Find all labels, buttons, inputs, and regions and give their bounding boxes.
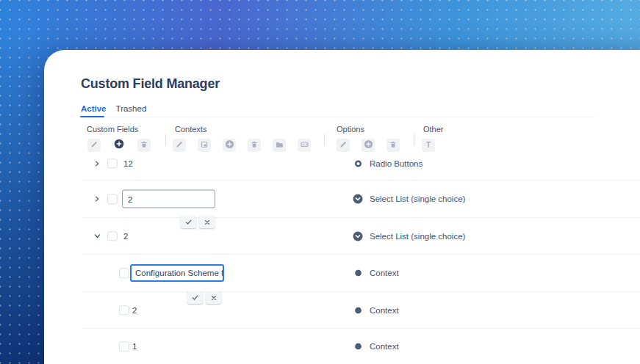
- context-type-label: Context: [370, 306, 399, 315]
- group-header-contexts: Contexts: [175, 125, 206, 134]
- cancel-edit-button[interactable]: [206, 291, 221, 304]
- edit-confirm-cancel: [187, 291, 221, 304]
- tab-trashed[interactable]: Trashed: [116, 104, 147, 113]
- field-type-label: Select List (single choice): [370, 194, 465, 203]
- page-title: Custom Field Manager: [81, 76, 220, 92]
- field-name-input[interactable]: [122, 190, 215, 208]
- context-dot-icon: [353, 343, 363, 350]
- table-row: Select List (single choice): [82, 181, 640, 218]
- confirm-edit-button[interactable]: [187, 291, 203, 304]
- row-checkbox[interactable]: [107, 159, 118, 169]
- active-tab-underline: [80, 116, 104, 117]
- chevron-right-icon[interactable]: [93, 159, 101, 168]
- close-icon: [204, 219, 211, 226]
- check-icon: [184, 218, 193, 226]
- context-name-input[interactable]: Configuration Scheme for 2: [130, 264, 224, 282]
- row-checkbox[interactable]: [119, 341, 129, 352]
- field-name-label: 12: [123, 159, 133, 168]
- context-type-label: Context: [370, 269, 399, 277]
- row-checkbox[interactable]: [107, 231, 118, 241]
- cancel-edit-button[interactable]: [199, 216, 215, 228]
- table-row: Configuration Scheme for 2 Context: [82, 255, 640, 292]
- table-row: 2 Context: [82, 292, 640, 329]
- toolbar-separator: [414, 134, 414, 145]
- close-icon: [210, 294, 217, 302]
- context-name-label: 2: [132, 306, 137, 315]
- toolbar-separator: [165, 134, 166, 145]
- tab-track: [81, 117, 595, 117]
- chevron-right-icon[interactable]: [93, 194, 101, 203]
- select-list-icon: [353, 231, 363, 241]
- edit-confirm-cancel: [181, 216, 215, 228]
- tab-bar: Active Trashed: [81, 104, 146, 113]
- context-name-label: 1: [132, 342, 137, 351]
- group-header-options: Options: [337, 125, 364, 134]
- select-list-icon: [353, 194, 363, 204]
- toolbar-separator: [324, 134, 325, 145]
- radio-icon: [353, 159, 363, 167]
- confirm-edit-button[interactable]: [181, 216, 196, 228]
- row-checkbox[interactable]: [119, 305, 129, 316]
- field-name-label: 2: [123, 232, 128, 241]
- chevron-down-icon[interactable]: [93, 232, 101, 241]
- context-type-label: Context: [370, 342, 399, 351]
- row-checkbox[interactable]: [107, 194, 118, 204]
- group-header-custom-fields: Custom Fields: [87, 125, 138, 134]
- table-row: 1 Context: [82, 329, 640, 364]
- row-checkbox[interactable]: [119, 268, 129, 278]
- context-dot-icon: [353, 307, 363, 313]
- custom-field-manager-panel: Custom Field Manager Active Trashed Cust…: [44, 50, 640, 364]
- field-type-label: Select List (single choice): [370, 232, 465, 241]
- group-header-other: Other: [423, 125, 444, 134]
- table-row: 12 Radio Buttons: [82, 147, 640, 181]
- field-type-label: Radio Buttons: [370, 159, 423, 168]
- context-dot-icon: [353, 270, 363, 277]
- table-row: 2 Select List (single choice): [82, 218, 640, 255]
- tab-active[interactable]: Active: [81, 104, 107, 113]
- check-icon: [191, 294, 199, 302]
